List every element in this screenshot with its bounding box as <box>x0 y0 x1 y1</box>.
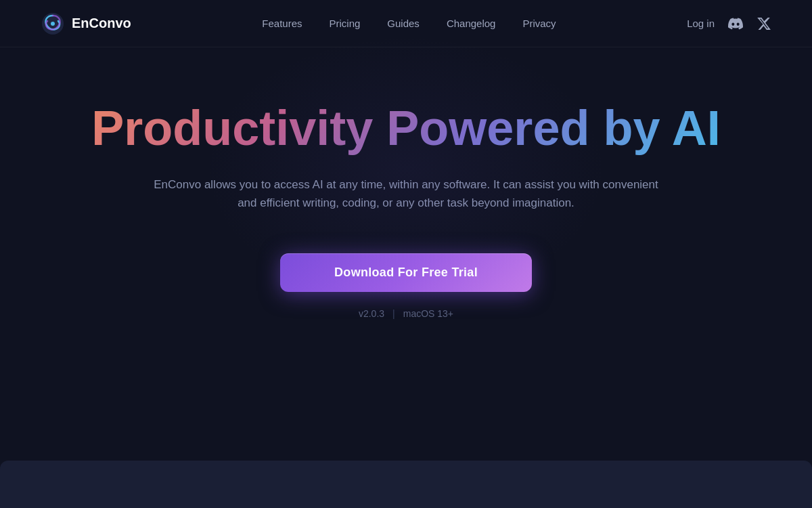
navbar: EnConvo Features Pricing Guides Changelo… <box>0 0 812 47</box>
hero-description: EnConvo allows you to access AI at any t… <box>152 175 660 212</box>
version-separator: | <box>392 308 395 319</box>
version-text: v2.0.3 <box>359 308 384 319</box>
download-button[interactable]: Download For Free Trial <box>280 253 532 292</box>
nav-links: Features Pricing Guides Changelog Privac… <box>262 18 556 29</box>
svg-point-1 <box>51 22 55 26</box>
nav-actions: Log in <box>687 16 771 31</box>
nav-features[interactable]: Features <box>262 18 302 29</box>
bottom-preview <box>0 461 812 508</box>
nav-changelog[interactable]: Changelog <box>447 18 496 29</box>
brand-name: EnConvo <box>72 16 131 31</box>
login-link[interactable]: Log in <box>687 18 715 29</box>
hero-title: Productivity Powered by AI <box>91 102 721 155</box>
hero-section: Productivity Powered by AI EnConvo allow… <box>0 47 812 346</box>
twitter-icon[interactable] <box>757 16 771 31</box>
discord-icon[interactable] <box>728 16 743 31</box>
logo-icon <box>41 12 65 36</box>
platform-text: macOS 13+ <box>403 308 453 319</box>
nav-guides[interactable]: Guides <box>387 18 420 29</box>
logo-link[interactable]: EnConvo <box>41 12 131 36</box>
nav-privacy[interactable]: Privacy <box>522 18 556 29</box>
version-info: v2.0.3 | macOS 13+ <box>359 308 453 319</box>
nav-pricing[interactable]: Pricing <box>329 18 360 29</box>
